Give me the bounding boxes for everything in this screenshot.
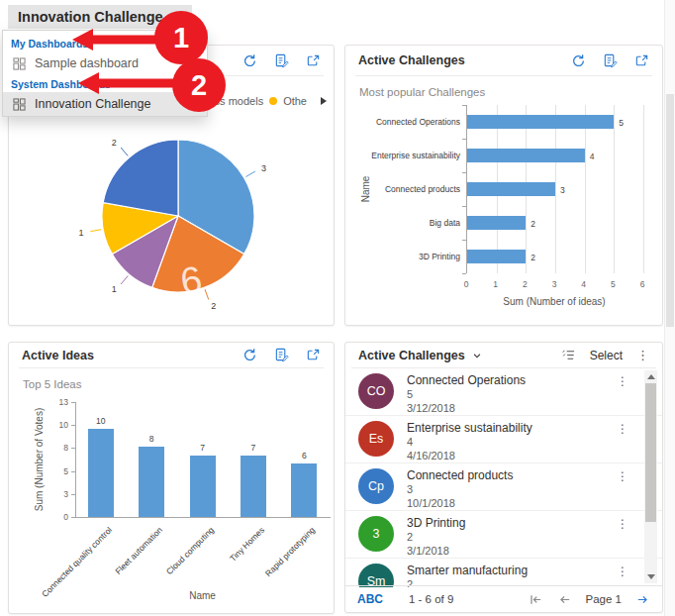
challenge-title: Connected products <box>407 468 513 482</box>
chevron-down-icon <box>171 12 182 23</box>
row-more-options-icon[interactable]: ⋮ <box>617 422 628 436</box>
select-button[interactable]: Select <box>590 349 623 362</box>
row-more-options-icon[interactable]: ⋮ <box>617 469 628 483</box>
bar[interactable] <box>467 149 585 162</box>
popout-icon[interactable] <box>306 53 321 68</box>
x-tick-label: 4 <box>581 279 586 289</box>
page-scrollbar[interactable] <box>664 0 675 616</box>
more-options-icon[interactable]: ⋮ <box>636 348 649 362</box>
challenge-count: 3 <box>407 483 413 495</box>
panel-active-ideas: Active Ideas Top 5 Ideas 1310853010Conne… <box>8 342 335 614</box>
avatar: Sm <box>358 564 394 587</box>
list-item[interactable]: 33D Printing23/1/2018⋮ <box>345 511 662 559</box>
menu-group-system-dashboards[interactable]: System Dashboards <box>3 75 207 92</box>
pie-callout-line <box>121 276 128 284</box>
avatar: CO <box>358 373 394 409</box>
page-indicator: Page 1 <box>586 593 622 605</box>
bar[interactable] <box>190 456 216 517</box>
challenge-count: 4 <box>407 436 413 448</box>
menu-group-my-dashboards[interactable]: My Dashboards <box>3 35 207 51</box>
menu-item-innovation-challenge[interactable]: Innovation Challenge <box>3 92 207 116</box>
y-tick-label: 0 <box>39 512 68 522</box>
avatar: Cp <box>358 468 394 504</box>
list-footer: ABC 1 - 6 of 9 Page 1 <box>345 585 662 612</box>
gridline <box>555 105 556 273</box>
panel-active-challenges-chart: Active Challenges Most popular Challenge… <box>344 45 663 326</box>
chevron-down-icon[interactable] <box>472 351 482 360</box>
bar-value-label: 7 <box>200 443 205 453</box>
menu-item-label: Sample dashboard <box>35 56 139 70</box>
list-scrollbar[interactable] <box>644 370 657 583</box>
page-scrollbar-thumb[interactable] <box>666 94 674 327</box>
row-more-options-icon[interactable]: ⋮ <box>617 565 628 578</box>
bar[interactable] <box>467 216 526 230</box>
bar-value-label: 8 <box>149 434 154 444</box>
list-item[interactable]: CpConnected products310/1/2018⋮ <box>345 463 662 511</box>
bar-value-label: 4 <box>590 152 595 161</box>
panel-active-challenges-list: Active Challenges Select ⋮ COConnected O… <box>344 342 663 613</box>
selected-dashboard-title: Innovation Challenge <box>18 9 163 25</box>
category-label: Connected quality control <box>40 525 114 599</box>
bar-value-label: 5 <box>619 118 624 128</box>
bar[interactable] <box>139 447 164 517</box>
challenge-count: 5 <box>407 388 413 400</box>
next-page-icon[interactable] <box>635 592 650 607</box>
pie-slice[interactable] <box>103 140 178 216</box>
report-icon[interactable] <box>274 53 289 68</box>
x-tick-label: 2 <box>523 279 528 289</box>
avatar: Es <box>358 421 394 457</box>
y-axis-tick <box>462 240 466 241</box>
first-page-icon[interactable] <box>529 592 543 607</box>
bar-value-label: 6 <box>302 451 307 461</box>
y-axis-tick <box>71 517 75 518</box>
category-label: Tiny Homes <box>228 525 266 564</box>
list-item[interactable]: SmSmarter manufacturing2⋮ <box>345 559 662 587</box>
challenge-title: Enterprise sustainability <box>407 421 532 435</box>
menu-item-sample-dashboard[interactable]: Sample dashboard <box>3 51 207 75</box>
row-more-options-icon[interactable]: ⋮ <box>617 517 628 531</box>
bar[interactable] <box>467 250 526 263</box>
category-label: 3D Printing <box>351 252 460 261</box>
y-axis-tick <box>462 206 466 207</box>
abc-filter-button[interactable]: ABC <box>357 592 383 606</box>
challenge-list: COConnected Operations53/12/2018⋮EsEnter… <box>345 368 662 587</box>
bar[interactable] <box>241 456 266 517</box>
y-axis-tick <box>71 494 75 495</box>
category-label: Enterprise sustainability <box>351 151 460 160</box>
pie-callout-line <box>121 148 128 155</box>
pie-chart: 321126 <box>9 103 335 323</box>
bar[interactable] <box>291 463 317 517</box>
scrollbar-thumb[interactable] <box>645 383 656 522</box>
record-range: 1 - 6 of 9 <box>409 593 453 605</box>
category-label: Rapid prototyping <box>263 525 317 578</box>
bar[interactable] <box>88 429 114 517</box>
avatar: 3 <box>358 516 394 552</box>
dashboard-selector[interactable]: Innovation Challenge <box>8 5 192 29</box>
x-axis-title: Name <box>189 590 216 601</box>
x-tick-label: 0 <box>464 279 469 289</box>
bar-value-label: 3 <box>560 185 565 195</box>
list-item[interactable]: EsEnterprise sustainability44/16/2018⋮ <box>345 416 662 463</box>
challenge-date: 3/1/2018 <box>407 545 449 557</box>
x-tick-label: 5 <box>611 279 616 289</box>
dashboard-icon <box>13 98 26 111</box>
refresh-icon[interactable] <box>242 53 257 68</box>
previous-page-icon[interactable] <box>557 592 572 607</box>
challenge-date: 10/1/2018 <box>407 497 455 509</box>
scroll-up-icon[interactable] <box>647 374 655 379</box>
bar[interactable] <box>467 115 614 129</box>
y-axis-tick <box>462 273 466 274</box>
bar[interactable] <box>467 182 555 196</box>
row-more-options-icon[interactable]: ⋮ <box>617 374 628 388</box>
category-label: Connected Operations <box>351 117 460 127</box>
bar-value-label: 10 <box>96 416 105 426</box>
scroll-down-icon[interactable] <box>647 574 655 579</box>
gridline <box>643 105 644 273</box>
x-tick-label: 3 <box>552 279 557 289</box>
filter-list-icon[interactable] <box>561 348 576 362</box>
dashboard-icon <box>13 57 26 70</box>
dashboard-selector-menu: My Dashboards Sample dashboard System Da… <box>2 30 208 117</box>
pie-slice-label: 2 <box>112 138 117 148</box>
list-item[interactable]: COConnected Operations53/12/2018⋮ <box>345 368 662 416</box>
pie-callout-line <box>205 289 209 299</box>
